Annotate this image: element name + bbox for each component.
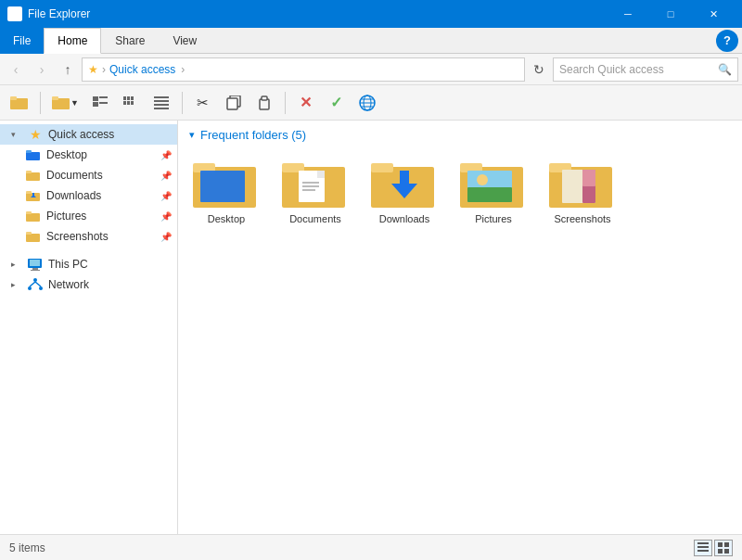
svg-rect-30 [26,150,32,153]
back-button[interactable]: ‹ [4,57,28,82]
folder-item-pictures[interactable]: Pictures [456,153,531,229]
refresh-button[interactable]: ↻ [527,57,551,82]
downloads-folder-icon [26,188,41,203]
svg-point-46 [28,286,32,290]
folder-item-downloads[interactable]: Downloads [367,153,441,229]
folders-grid: Desktop Docum [189,153,731,229]
svg-rect-43 [32,268,38,270]
sidebar-item-quickaccess[interactable]: ▾ ★ Quick access [0,124,177,145]
tab-view[interactable]: View [159,28,211,54]
search-placeholder: Search Quick access [559,63,664,76]
toolbar-copy-button[interactable] [220,89,248,117]
svg-rect-21 [227,98,237,109]
minimize-button[interactable]: ─ [607,0,649,28]
sidebar-label-pictures: Pictures [46,210,86,223]
svg-rect-18 [154,104,169,106]
documents-folder-icon [26,168,41,183]
status-bar: 5 items [0,534,742,560]
svg-rect-59 [302,185,319,187]
toolbar-cut-button[interactable]: ✂ [189,89,217,117]
address-star-icon: ★ [88,63,98,76]
section-title-text: Frequent folders (5) [200,128,306,142]
svg-rect-17 [154,100,169,102]
address-crumb-quickaccess[interactable]: Quick access [109,63,175,76]
svg-rect-60 [302,189,315,191]
svg-rect-19 [154,108,169,109]
sidebar-label-documents: Documents [46,169,103,182]
tab-home[interactable]: Home [44,28,101,54]
forward-button[interactable]: › [30,57,54,82]
ribbon-toolbar: ▼ ✂ ✕ ✓ [0,85,742,121]
close-button[interactable]: ✕ [692,0,735,28]
folder-thumb-screenshots [549,158,616,210]
toolbar-view3-button[interactable] [147,89,175,117]
folder-item-desktop[interactable]: Desktop [189,153,263,229]
toolbar-sep-3 [285,92,286,114]
svg-rect-15 [131,101,134,105]
svg-rect-68 [467,187,512,202]
svg-rect-57 [317,171,325,178]
address-sep: › [102,63,106,76]
toolbar-view1-button[interactable] [86,89,114,117]
toolbar-open-button[interactable]: ▼ [47,89,83,117]
toolbar-rename-button[interactable]: ✓ [323,89,351,117]
thispc-icon [28,257,43,272]
tab-share[interactable]: Share [101,28,159,54]
svg-rect-31 [26,172,40,181]
folder-item-documents[interactable]: Documents [278,153,352,229]
sidebar-item-desktop[interactable]: Desktop 📌 [0,145,177,165]
item-count: 5 items [9,541,45,554]
toolbar-view2-button[interactable] [117,89,145,117]
app-icon [7,6,22,21]
folder-label-pictures: Pictures [475,213,512,224]
address-bar[interactable]: ★ › Quick access › [82,57,525,82]
sidebar-item-downloads[interactable]: Downloads 📌 [0,185,177,206]
up-button[interactable]: ↑ [56,57,80,82]
window-title: File Explorer [28,7,90,20]
sidebar-label-quickaccess: Quick access [48,128,114,141]
sidebar-item-pictures[interactable]: Pictures 📌 [0,206,177,226]
sidebar-label-downloads: Downloads [46,189,101,202]
svg-rect-81 [724,549,729,554]
svg-rect-80 [718,549,723,554]
pin-icon-desktop: 📌 [160,150,172,160]
svg-rect-12 [131,96,134,100]
svg-rect-34 [26,191,32,194]
toolbar-folder-button[interactable] [6,89,33,117]
folder-item-screenshots[interactable]: Screenshots [545,153,620,229]
tab-file[interactable]: File [0,28,44,54]
toolbar-sep-2 [182,92,183,114]
sidebar-item-thispc[interactable]: ▸ This PC [0,254,177,274]
svg-rect-64 [400,171,409,185]
ribbon-tabs: File Home Share View ? [0,28,742,54]
content-pane: ▾ Frequent folders (5) Desktop [178,121,742,534]
star-icon: ★ [28,127,43,142]
pin-icon-documents: 📌 [160,171,172,181]
pin-icon-pictures: 📌 [160,211,172,222]
sidebar-item-documents[interactable]: Documents 📌 [0,165,177,185]
svg-rect-62 [371,163,393,172]
svg-rect-39 [26,234,40,242]
svg-rect-6 [93,96,98,101]
svg-rect-75 [697,542,709,544]
search-box[interactable]: Search Quick access 🔍 [553,57,738,82]
folder-label-downloads: Downloads [379,213,429,224]
svg-rect-3 [10,96,17,100]
toolbar-delete-button[interactable]: ✕ [292,89,320,117]
sidebar-item-network[interactable]: ▸ Network [0,274,177,295]
svg-point-45 [33,278,37,282]
view-details-button[interactable] [694,540,712,556]
maximize-button[interactable]: □ [649,0,692,28]
svg-rect-52 [200,171,245,202]
svg-rect-76 [697,546,709,548]
pin-icon-screenshots: 📌 [160,232,172,242]
svg-rect-32 [26,171,32,173]
help-button[interactable]: ? [716,30,738,52]
toolbar-paste-button[interactable] [250,89,278,117]
section-collapse-arrow[interactable]: ▾ [189,129,195,141]
sidebar-item-screenshots[interactable]: Screenshots 📌 [0,226,177,247]
title-bar-left: File Explorer [7,6,90,21]
view-tiles-button[interactable] [714,540,733,556]
toolbar-sep-1 [40,92,41,114]
toolbar-globe-button[interactable] [353,89,381,117]
